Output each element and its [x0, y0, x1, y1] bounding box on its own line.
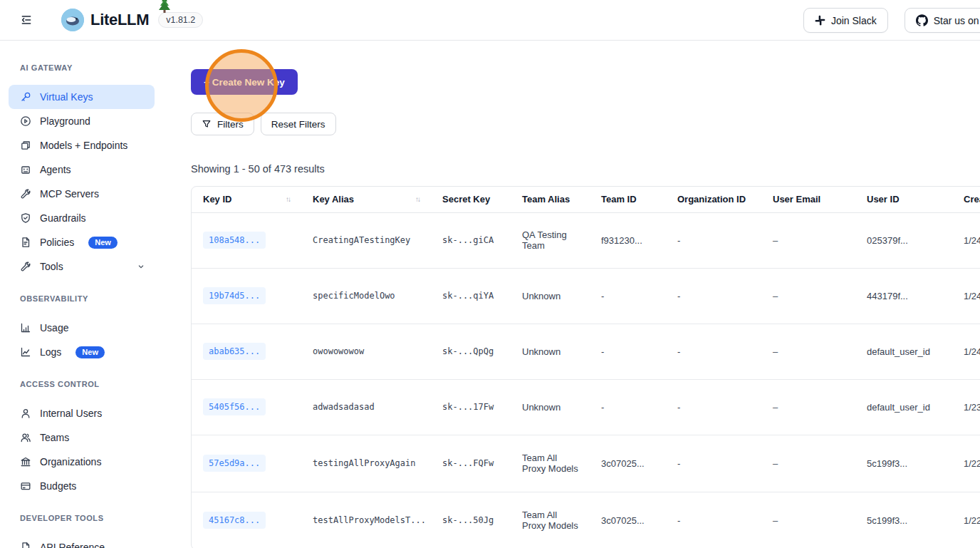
sidebar-item-organizations[interactable]: Organizations: [9, 450, 155, 474]
secret-key-cell: sk-...QpQg: [431, 324, 511, 379]
section-label-observability: OBSERVABILITY: [20, 294, 177, 303]
user-email-cell: –: [761, 492, 855, 548]
sidebar-item-virtual-keys[interactable]: Virtual Keys: [9, 85, 155, 109]
team-id-cell: 3c07025...: [590, 435, 666, 492]
sidebar-item-label: Policies: [40, 237, 74, 248]
user-email-cell: –: [761, 379, 855, 435]
user-email-cell: –: [761, 435, 855, 492]
tool-icon: [20, 261, 31, 272]
key-id-link[interactable]: 45167c8...: [203, 512, 266, 529]
sidebar-item-playground[interactable]: Playground: [9, 109, 155, 133]
secret-key-cell: sk-...50Jg: [431, 492, 511, 548]
sidebar-item-budgets[interactable]: Budgets: [9, 474, 155, 498]
sidebar-item-label: Models + Endpoints: [40, 140, 127, 151]
star-github-label: Star us on GitHub: [934, 15, 980, 26]
sidebar-item-label: API Reference: [40, 542, 105, 548]
user-icon: [20, 408, 31, 419]
sidebar-item-label: Virtual Keys: [40, 91, 93, 103]
keys-table: Key ID ↑↓ Key Alias ↑↓ Secret Key Team A…: [191, 186, 980, 548]
sidebar-item-label: Logs: [40, 346, 61, 358]
team-alias-cell: Team All Proxy Models: [511, 435, 590, 492]
secret-key-cell: sk-...giCA: [431, 212, 511, 268]
column-header-team-alias: Team Alias: [511, 187, 590, 212]
results-summary: Showing 1 - 50 of 473 results: [191, 163, 325, 175]
table-row[interactable]: 45167c8... testAllProxyModelsT... sk-...…: [192, 492, 980, 548]
secret-key-cell: sk-...qiYA: [431, 268, 511, 324]
created-at-cell: 1/22/2026: [952, 435, 980, 492]
sidebar-item-label: Usage: [40, 322, 68, 334]
org-id-cell: -: [666, 492, 761, 548]
sidebar-item-label: Budgets: [40, 480, 76, 492]
table-row[interactable]: 108a548... CreatingATestingKey sk-...giC…: [192, 212, 980, 268]
bar-chart-icon: [20, 322, 31, 334]
key-alias-cell: adwadsadasad: [301, 379, 431, 435]
secret-key-cell: sk-...FQFw: [431, 435, 511, 492]
table-row[interactable]: 57e5d9a... testingAllProxyAgain sk-...FQ…: [192, 435, 980, 492]
key-alias-cell: owowowowow: [301, 324, 431, 379]
sidebar-item-agents[interactable]: Agents: [9, 157, 155, 182]
user-id-cell: 5c199f3...: [855, 435, 952, 492]
play-circle-icon: [20, 115, 31, 127]
user-email-cell: –: [761, 212, 855, 268]
user-id-cell: 025379f...: [855, 212, 952, 268]
sidebar-item-mcp-servers[interactable]: MCP Servers: [9, 182, 155, 206]
key-id-link[interactable]: 108a548...: [203, 232, 266, 249]
team-id-cell: -: [590, 324, 666, 379]
sidebar-item-internal-users[interactable]: Internal Users: [9, 401, 155, 425]
team-id-cell: 3c07025...: [590, 492, 666, 548]
sidebar-item-models-endpoints[interactable]: Models + Endpoints: [9, 133, 155, 157]
section-label-access-control: ACCESS CONTROL: [20, 380, 177, 388]
blocks-icon: [20, 140, 31, 151]
key-id-link[interactable]: 5405f56...: [203, 398, 266, 415]
table-row[interactable]: abab635... owowowowow sk-...QpQg Unknown…: [192, 324, 980, 379]
join-slack-button[interactable]: Join Slack: [803, 8, 888, 33]
sidebar-item-teams[interactable]: Teams: [9, 425, 155, 450]
sidebar-collapse-button[interactable]: [16, 9, 37, 31]
created-at-cell: 1/24/2026: [952, 212, 980, 268]
user-id-cell: 443179f...: [855, 268, 952, 324]
sidebar-item-label: Organizations: [40, 456, 101, 467]
created-at-cell: 1/24/2026: [952, 268, 980, 324]
sort-icon[interactable]: ↑↓: [286, 195, 290, 203]
column-header-organization-id: Organization ID: [666, 187, 761, 212]
join-slack-label: Join Slack: [831, 15, 877, 26]
key-id-link[interactable]: 19b74d5...: [203, 287, 266, 304]
sidebar-item-usage[interactable]: Usage: [9, 316, 155, 340]
key-alias-cell: testAllProxyModelsT...: [301, 492, 431, 548]
sidebar-item-guardrails[interactable]: Guardrails: [9, 206, 155, 230]
sidebar-item-api-reference[interactable]: API Reference: [9, 535, 155, 548]
column-header-user-email: User Email: [761, 187, 855, 212]
column-header-created-at: Created At: [952, 187, 980, 212]
main-content: + Create New Key Filters Reset Filters S…: [177, 41, 980, 548]
table-row[interactable]: 5405f56... adwadsadasad sk-...17Fw Unkno…: [192, 379, 980, 435]
created-at-cell: 1/23/2026: [952, 379, 980, 435]
section-label-ai-gateway: AI GATEWAY: [20, 63, 177, 72]
created-at-cell: 1/22/2026: [952, 492, 980, 548]
line-chart-icon: [20, 346, 31, 358]
sort-icon[interactable]: ↑↓: [415, 195, 419, 203]
reset-filters-button[interactable]: Reset Filters: [261, 113, 336, 135]
new-badge: New: [88, 237, 118, 249]
chevron-down-icon[interactable]: [136, 262, 146, 272]
star-github-button[interactable]: Star us on GitHub: [905, 8, 980, 33]
brand[interactable]: LiteLLM v1.81.2: [61, 9, 203, 31]
key-id-link[interactable]: abab635...: [203, 343, 266, 360]
org-id-cell: -: [666, 435, 761, 492]
menu-fold-icon: [20, 14, 33, 26]
filters-button[interactable]: Filters: [191, 113, 254, 135]
table-row[interactable]: 19b74d5... specificModelOwo sk-...qiYA U…: [192, 268, 980, 324]
sidebar-item-label: MCP Servers: [40, 188, 99, 200]
create-new-key-button[interactable]: + Create New Key: [191, 69, 298, 95]
table-header-row: Key ID ↑↓ Key Alias ↑↓ Secret Key Team A…: [192, 187, 980, 212]
column-header-key-id: Key ID ↑↓: [192, 187, 301, 212]
section-label-developer-tools: DEVELOPER TOOLS: [20, 514, 177, 522]
robot-icon: [20, 164, 31, 175]
reset-filters-label: Reset Filters: [271, 119, 325, 130]
team-alias-cell: Team All Proxy Models: [511, 492, 590, 548]
sidebar-item-tools[interactable]: Tools: [9, 254, 155, 279]
sidebar-item-logs[interactable]: Logs New: [9, 340, 155, 364]
team-alias-cell: Unknown: [511, 324, 590, 379]
org-id-cell: -: [666, 212, 761, 268]
key-id-link[interactable]: 57e5d9a...: [203, 455, 266, 472]
sidebar-item-policies[interactable]: Policies New: [9, 230, 155, 254]
